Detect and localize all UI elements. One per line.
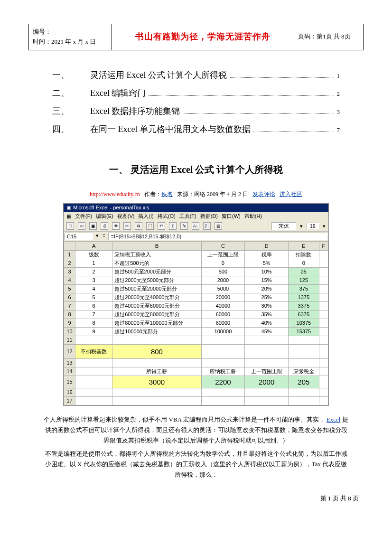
row-header[interactable]: 14	[64, 367, 75, 376]
cell[interactable]: 125	[288, 276, 319, 284]
cell[interactable]: 2200	[201, 376, 245, 388]
cell[interactable]: 级数	[75, 250, 112, 259]
cell[interactable]	[319, 327, 328, 336]
cell[interactable]: 所得工薪	[112, 367, 201, 376]
cell[interactable]: 45%	[245, 327, 289, 336]
cell[interactable]: 30%	[245, 301, 289, 310]
cell[interactable]: 超过80000元至100000元部分	[112, 319, 201, 327]
menu-item[interactable]: 插入(I)	[138, 213, 153, 220]
open-icon[interactable]: ▭	[78, 222, 85, 230]
cell[interactable]: 上一范围上限	[201, 250, 245, 259]
cell[interactable]: 扣除数	[288, 250, 319, 259]
cell[interactable]: 800	[112, 344, 201, 358]
cell[interactable]: 应纳税工薪收入	[112, 250, 201, 259]
cell[interactable]: 25%	[245, 293, 289, 301]
menu-item[interactable]: 视图(V)	[117, 213, 135, 220]
formula-input[interactable]: =IF(B15>$B$12,B15-$B$12,0)	[108, 233, 327, 240]
cell[interactable]	[288, 336, 319, 344]
cell[interactable]: 超过40000元至60000元部分	[112, 301, 201, 310]
cell[interactable]	[201, 388, 245, 396]
copy-icon[interactable]: ⧉	[135, 222, 142, 230]
cell[interactable]	[319, 276, 328, 284]
cell[interactable]: 0	[288, 259, 319, 267]
cell[interactable]: 2000	[245, 376, 289, 388]
col-header[interactable]: E	[288, 242, 319, 250]
row-header[interactable]: 13	[64, 358, 75, 367]
cell[interactable]	[288, 344, 319, 358]
cell[interactable]	[319, 301, 328, 310]
toc-item[interactable]: 二、 Excel 编辑窍门 2	[52, 87, 340, 99]
cell[interactable]: 不扣税基数	[75, 344, 112, 358]
cell[interactable]: 15375	[288, 327, 319, 336]
paste-icon[interactable]: 📋	[146, 222, 154, 230]
cell[interactable]	[201, 358, 245, 367]
toc-item[interactable]: 三、 Excel 数据排序功能集锦 3	[52, 105, 340, 117]
cell[interactable]	[112, 358, 201, 367]
cell[interactable]	[112, 388, 201, 396]
cell[interactable]: 5%	[245, 259, 289, 267]
col-header[interactable]	[64, 242, 75, 250]
new-icon[interactable]: □	[66, 222, 74, 230]
cell[interactable]: 3375	[288, 301, 319, 310]
cell[interactable]	[319, 267, 328, 276]
cell[interactable]	[319, 376, 328, 388]
cell[interactable]: 超过100000元部分	[112, 327, 201, 336]
cell[interactable]: 0	[201, 259, 245, 267]
cell[interactable]	[112, 396, 201, 405]
row-header[interactable]: 3	[64, 267, 75, 276]
col-header[interactable]: F	[319, 242, 328, 250]
meta-author-link[interactable]: 佚名	[161, 191, 173, 198]
row-header[interactable]: 11	[64, 336, 75, 344]
cell[interactable]	[319, 367, 328, 376]
cell[interactable]: 应纳税工薪	[201, 367, 245, 376]
cell[interactable]	[245, 336, 289, 344]
col-header[interactable]: B	[112, 242, 201, 250]
cell[interactable]: 375	[288, 284, 319, 293]
cell[interactable]: 4	[75, 284, 112, 293]
cell[interactable]: 205	[288, 376, 319, 388]
menu-item[interactable]: 编辑(E)	[96, 213, 113, 220]
cell[interactable]: 应缴税金	[288, 367, 319, 376]
sum-icon[interactable]: Σ	[169, 222, 177, 230]
row-header[interactable]: 9	[64, 319, 75, 327]
cell[interactable]: 40%	[245, 319, 289, 327]
col-header[interactable]: C	[201, 242, 245, 250]
cell[interactable]	[75, 367, 112, 376]
cell[interactable]	[319, 310, 328, 319]
font-size-select[interactable]: 16	[307, 223, 319, 229]
cell[interactable]: 超过500元至2000元部分	[112, 267, 201, 276]
preview-icon[interactable]: 👁	[112, 222, 120, 230]
cell[interactable]	[245, 396, 289, 405]
cell[interactable]	[319, 284, 328, 293]
col-header[interactable]: D	[245, 242, 289, 250]
undo-icon[interactable]: ↶	[158, 222, 165, 230]
cell[interactable]	[201, 396, 245, 405]
row-header[interactable]: 5	[64, 284, 75, 293]
row-header[interactable]: 16	[64, 388, 75, 396]
cell[interactable]: 8	[75, 319, 112, 327]
cell[interactable]	[288, 396, 319, 405]
cell[interactable]: 5000	[201, 284, 245, 293]
cell[interactable]: 60000	[201, 310, 245, 319]
cut-icon[interactable]: ✂	[123, 222, 131, 230]
row-header[interactable]: 7	[64, 301, 75, 310]
row-header[interactable]: 6	[64, 293, 75, 301]
cell[interactable]	[201, 344, 245, 358]
menu-item[interactable]: 格式(O)	[158, 213, 176, 220]
cell[interactable]: 超过60000元至80000元部分	[112, 310, 201, 319]
save-icon[interactable]: ▣	[89, 222, 97, 230]
cell-reference[interactable]: C15	[65, 233, 93, 240]
row-header[interactable]: 12	[64, 344, 75, 358]
cell[interactable]: 5	[75, 293, 112, 301]
font-dropdown-icon[interactable]: ▾	[300, 223, 303, 229]
fontsize-dropdown-icon[interactable]: ▾	[323, 223, 326, 229]
cell[interactable]: 3000	[112, 376, 201, 388]
menu-item[interactable]: 文件(F)	[75, 213, 92, 220]
row-header[interactable]: 10	[64, 327, 75, 336]
cell[interactable]: 20%	[245, 284, 289, 293]
cell[interactable]: 10375	[288, 319, 319, 327]
cell[interactable]: 3	[75, 276, 112, 284]
row-header[interactable]: 4	[64, 276, 75, 284]
cell[interactable]	[245, 344, 289, 358]
toc-item[interactable]: 四、 在同一 Excel 单元格中混用文本与数值数据 7	[52, 123, 340, 135]
